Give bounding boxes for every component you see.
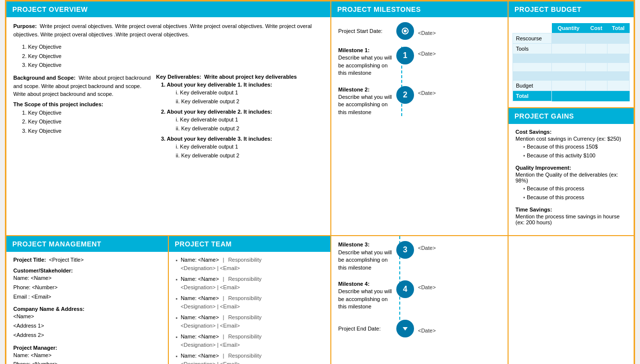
deliverable-1-outputs: Key deliverable output 1 Key deliverable… <box>161 89 323 106</box>
background-text: Background and Scope: Write about projec… <box>13 74 151 98</box>
deliverables-list: 1. About your key deliverable 1. It incl… <box>161 82 323 160</box>
team-sub-1: <Designation> | <Email> <box>181 264 323 273</box>
team-member-1: ▪ Name: <Name> | Responsibility <Designa… <box>176 256 323 272</box>
team-resp-3: Responsibility <box>228 294 261 303</box>
project-management-header: PROJECT MANAGEMENT <box>6 236 168 252</box>
gains-cost-item-2: Because of this activity $100 <box>523 152 627 160</box>
key-objective-3: Key Objective <box>28 61 323 70</box>
gains-time: Time Savings: Mention the process time s… <box>515 207 627 225</box>
gains-cost-desc: Mention cost savings in Currency (ex: $2… <box>515 136 627 142</box>
project-end-row: Project End Date: <Date> <box>338 320 501 337</box>
mgmt-customer-phone: Phone: <Number> <box>13 283 161 292</box>
bottom-row: PROJECT MANAGEMENT Project Title: <Proje… <box>6 235 634 364</box>
milestone-3-label: Milestone 3: Describe what you will be a… <box>338 241 392 272</box>
gains-quality-desc: Mention the Quality of the deliverables … <box>515 172 627 183</box>
project-budget-panel: PROJECT BUDGET Quantity Cost Total <box>509 1 634 108</box>
mgmt-customer-email: Email : <Email> <box>13 292 161 302</box>
milestone-4-row: Milestone 4: Describe what you will be a… <box>338 280 501 311</box>
top-row: PROJECT OVERVIEW Purpose: Write project … <box>6 1 634 235</box>
team-name-row-4: Name: <Name> | Responsibility <box>181 313 323 322</box>
gains-quality: Quality Improvement: Mention the Quality… <box>515 165 627 202</box>
team-content: ▪ Name: <Name> | Responsibility <Designa… <box>169 252 330 364</box>
key-objective-2: Key Objective <box>28 52 323 61</box>
mgmt-title-value: <Project Title> <box>49 257 84 263</box>
start-circle <box>396 22 414 40</box>
mgmt-manager-label: Project Manager: <box>13 345 57 351</box>
team-name-2: Name: <Name> <box>181 275 219 283</box>
del-1-out-1: Key deliverable output 1 <box>176 89 323 97</box>
team-name-5: Name: <Name> <box>181 333 219 341</box>
del-3-out-1: Key deliverable output 1 <box>176 143 323 152</box>
gains-quality-item-2: Because of this process <box>523 193 627 202</box>
milestone-3-date: <Date> <box>418 245 436 251</box>
right-panels: PROJECT BUDGET Quantity Cost Total <box>509 1 634 235</box>
project-overview-header: PROJECT OVERVIEW <box>6 1 330 17</box>
budget-col-quantity: Quantity <box>552 23 585 33</box>
mgmt-company-name: <Name> <box>13 312 161 321</box>
project-management-panel: PROJECT MANAGEMENT Project Title: <Proje… <box>6 236 169 364</box>
team-bullet-2: ▪ <box>176 275 178 284</box>
team-sub-6: <Designation> | <Email> <box>181 360 323 364</box>
project-milestones-panel: PROJECT MILESTONES Project Start Date: <… <box>331 1 509 235</box>
team-name-row-6: Name: <Name> | Responsibility <box>181 352 323 360</box>
budget-label-total: Total <box>513 91 552 101</box>
budget-col-cost: Cost <box>585 23 607 33</box>
team-bullet-1: ▪ <box>176 256 178 265</box>
budget-row-budget: Budget <box>513 81 630 91</box>
scope-item-3: Key Objective <box>28 126 151 136</box>
gains-content: Cost Savings: Mention cost savings in Cu… <box>509 124 634 235</box>
project-team-panel: PROJECT TEAM ▪ Name: <Name> | Responsibi… <box>169 236 331 364</box>
gains-time-desc: Mention the process time savings in hour… <box>515 213 627 225</box>
svg-marker-2 <box>403 327 408 331</box>
milestone-2-circle: 2 <box>396 86 414 104</box>
milestones-content: Project Start Date: <Date> Milestone 1: … <box>331 17 508 235</box>
milestone-1-date: <Date> <box>418 51 436 57</box>
gains-quality-list: Because of this process Because of this … <box>515 184 627 202</box>
team-info-4: Name: <Name> | Responsibility <Designati… <box>181 313 323 330</box>
milestone-2-row: Milestone 2: Describe what you will be a… <box>338 86 501 117</box>
team-name-row-5: Name: <Name> | Responsibility <box>181 333 323 341</box>
timeline-container: Milestone 1: Describe what you will be a… <box>338 47 501 116</box>
project-overview-content: Purpose: Write project overal objectives… <box>6 17 330 235</box>
mgmt-title-section: Project Title: <Project Title> <box>13 257 161 263</box>
end-circle <box>396 320 414 337</box>
budget-label-rescourse: Rescourse <box>513 33 552 44</box>
deliverable-2-outputs: Key deliverable output 1 Key deliverable… <box>161 116 323 133</box>
gains-quality-item-1: Because of this process <box>523 184 627 193</box>
project-overview-panel: PROJECT OVERVIEW Purpose: Write project … <box>6 1 331 235</box>
mgmt-manager-section: Project Manager: Name: <Name> Phone: <Nu… <box>13 345 161 364</box>
gains-quality-title: Quality Improvement: <box>515 165 627 171</box>
budget-table: Quantity Cost Total Rescourse <box>512 23 630 101</box>
mgmt-manager-phone: Phone: <Number> <box>13 360 161 364</box>
team-name-row-1: Name: <Name> | Responsibility <box>181 256 323 264</box>
mgmt-company-label: Company Name & Address: <box>13 306 84 312</box>
team-sub-3: <Designation> | <Email> <box>181 303 323 311</box>
team-info-5: Name: <Name> | Responsibility <Designati… <box>181 333 323 349</box>
gains-cost-title: Cost Savings: <box>515 129 627 135</box>
deliverable-3-title: 3. About your key deliverable 3. It incl… <box>161 136 323 142</box>
scope-label: The Scope of this project includes: <box>13 101 151 107</box>
team-info-2: Name: <Name> | Responsibility <Designati… <box>181 275 323 291</box>
milestone-1-label: Milestone 1: Describe what you will be a… <box>338 47 392 77</box>
project-budget-header: PROJECT BUDGET <box>509 1 634 17</box>
gains-cost-savings: Cost Savings: Mention cost savings in Cu… <box>515 129 627 160</box>
mgmt-customer-name: Name: <Name> <box>13 273 161 283</box>
mgmt-company-section: Company Name & Address: <Name> <Address … <box>13 306 161 339</box>
key-objective-1: Key Objective <box>28 42 323 52</box>
team-resp-5: Responsibility <box>228 333 261 341</box>
del-2-out-1: Key deliverable output 1 <box>176 116 323 124</box>
budget-table-wrapper: Quantity Cost Total Rescourse <box>509 17 634 107</box>
mgmt-manager-name: Name: <Name> <box>13 351 161 360</box>
mgmt-content: Project Title: <Project Title> Customer/… <box>6 252 168 364</box>
team-sub-5: <Designation> | <Email> <box>181 341 323 349</box>
project-gains-panel: PROJECT GAINS Cost Savings: Mention cost… <box>509 108 634 235</box>
team-bullet-4: ▪ <box>176 314 178 322</box>
budget-row-rescourse: Rescourse <box>513 33 630 44</box>
budget-label-budget: Budget <box>513 81 552 91</box>
team-member-4: ▪ Name: <Name> | Responsibility <Designa… <box>176 313 323 330</box>
team-bullet-5: ▪ <box>176 333 178 341</box>
team-name-row-2: Name: <Name> | Responsibility <box>181 275 323 283</box>
mgmt-customer-section: Customer/Stakeholder: Name: <Name> Phone… <box>13 268 161 301</box>
budget-row-empty-1 <box>513 54 630 63</box>
team-resp-6: Responsibility <box>228 352 261 360</box>
